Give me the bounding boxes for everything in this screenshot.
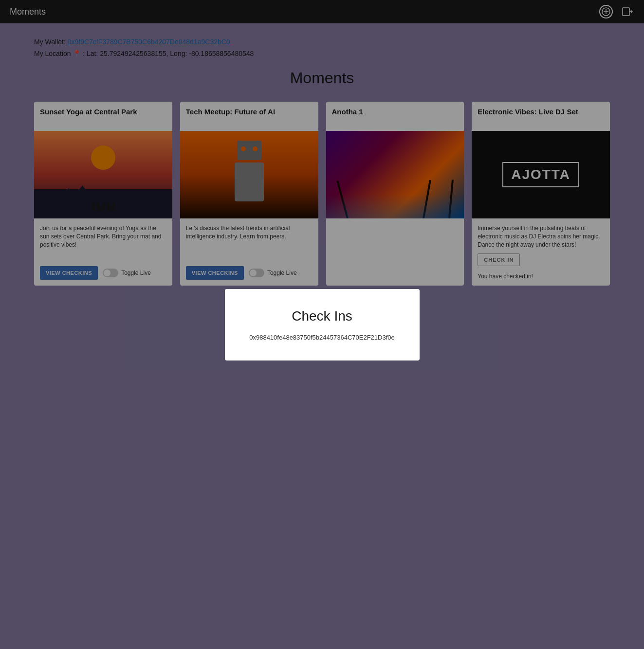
- modal-overlay[interactable]: Check Ins 0x988410fe48e83750f5b24457364C…: [0, 0, 644, 649]
- modal-address: 0x988410fe48e83750f5b24457364C70E2F21D3f…: [249, 334, 395, 341]
- modal-title: Check Ins: [249, 308, 395, 324]
- modal-checkins: Check Ins 0x988410fe48e83750f5b24457364C…: [225, 289, 420, 361]
